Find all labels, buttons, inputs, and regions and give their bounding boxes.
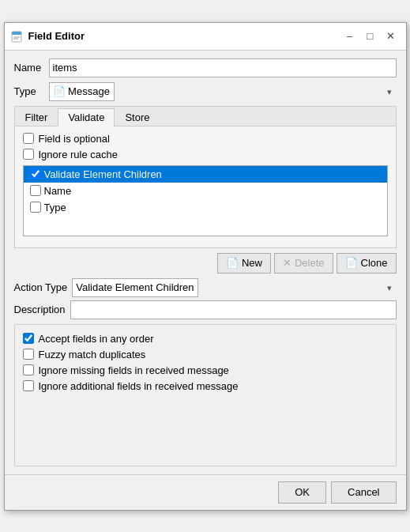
accept-fields-row: Accept fields in any order xyxy=(23,333,388,345)
clone-label: Clone xyxy=(361,257,388,269)
list-item-checkbox-validate[interactable] xyxy=(30,168,41,179)
options-box: Accept fields in any order Fuzzy match d… xyxy=(14,324,397,466)
tab-filter[interactable]: Filter xyxy=(15,108,58,126)
main-content: Name Type 📄 Message Filter Validate Stor… xyxy=(5,51,406,474)
accept-fields-label: Accept fields in any order xyxy=(39,333,154,345)
list-item-label-type: Type xyxy=(44,202,66,213)
tabs-container: Filter Validate Store Field is optional … xyxy=(14,106,397,248)
fuzzy-match-label: Fuzzy match duplicates xyxy=(39,349,146,360)
description-input[interactable] xyxy=(70,300,397,319)
clone-icon: 📄 xyxy=(345,257,358,269)
ok-button[interactable]: OK xyxy=(278,481,326,504)
fuzzy-match-row: Fuzzy match duplicates xyxy=(23,349,388,360)
description-row: Description xyxy=(14,300,397,319)
ignore-rule-cache-checkbox[interactable] xyxy=(23,149,34,160)
field-optional-row: Field is optional xyxy=(23,133,388,145)
name-row: Name xyxy=(14,58,397,77)
window-controls: – □ ✕ xyxy=(341,28,400,45)
svg-rect-1 xyxy=(12,32,21,35)
minimize-button[interactable]: – xyxy=(341,28,359,45)
list-item-label-validate: Validate Element Children xyxy=(44,168,162,180)
type-select-wrapper: 📄 Message xyxy=(49,82,397,101)
title-bar: Field Editor – □ ✕ xyxy=(5,23,406,51)
list-item-name[interactable]: Name xyxy=(24,183,387,199)
maximize-button[interactable]: □ xyxy=(362,28,379,45)
ignore-additional-row: Ignore additional fields in received mes… xyxy=(23,380,388,392)
cancel-button[interactable]: Cancel xyxy=(331,481,396,504)
type-select[interactable]: 📄 Message xyxy=(49,82,115,101)
new-icon: 📄 xyxy=(226,257,239,269)
list-item-checkbox-name[interactable] xyxy=(30,185,41,196)
ignore-missing-row: Ignore missing fields in received messag… xyxy=(23,364,388,376)
validation-list[interactable]: Validate Element Children Name Type xyxy=(23,165,388,236)
action-buttons: 📄 New ✕ Delete 📄 Clone xyxy=(14,253,397,274)
ignore-rule-cache-row: Ignore rule cache xyxy=(23,149,388,160)
action-type-row: Action Type Validate Element Children Va… xyxy=(14,278,397,297)
bottom-bar: OK Cancel xyxy=(5,474,406,510)
list-item-label-name: Name xyxy=(44,185,72,197)
close-button[interactable]: ✕ xyxy=(382,28,400,45)
name-label: Name xyxy=(14,62,44,74)
list-item-validate-element-children[interactable]: Validate Element Children xyxy=(24,166,387,183)
ignore-rule-cache-label: Ignore rule cache xyxy=(39,149,118,160)
ignore-additional-label: Ignore additional fields in received mes… xyxy=(39,380,239,392)
list-item-type[interactable]: Type xyxy=(24,199,387,216)
action-type-select[interactable]: Validate Element Children Validate Field… xyxy=(72,278,198,297)
new-button[interactable]: 📄 New xyxy=(217,253,271,274)
window-title: Field Editor xyxy=(28,30,337,42)
list-item-checkbox-type[interactable] xyxy=(30,202,41,213)
ignore-missing-checkbox[interactable] xyxy=(23,364,34,375)
type-row: Type 📄 Message xyxy=(14,82,397,101)
delete-label: Delete xyxy=(295,257,325,269)
action-type-label: Action Type xyxy=(14,281,68,293)
field-optional-checkbox[interactable] xyxy=(23,133,34,144)
field-editor-window: Field Editor – □ ✕ Name Type 📄 Message F… xyxy=(4,22,407,511)
action-type-wrapper: Validate Element Children Validate Field… xyxy=(72,278,396,297)
accept-fields-checkbox[interactable] xyxy=(23,333,34,344)
name-input[interactable] xyxy=(49,58,397,77)
clone-button[interactable]: 📄 Clone xyxy=(337,253,397,274)
tab-store[interactable]: Store xyxy=(115,108,160,126)
delete-button[interactable]: ✕ Delete xyxy=(274,253,333,274)
fuzzy-match-checkbox[interactable] xyxy=(23,349,34,360)
ignore-missing-label: Ignore missing fields in received messag… xyxy=(39,364,229,376)
delete-icon: ✕ xyxy=(283,257,292,269)
new-label: New xyxy=(242,257,262,269)
tab-bar: Filter Validate Store xyxy=(15,107,396,126)
tab-validate[interactable]: Validate xyxy=(58,108,115,126)
window-icon xyxy=(11,30,24,43)
description-label: Description xyxy=(14,304,66,315)
ignore-additional-checkbox[interactable] xyxy=(23,380,34,391)
type-label: Type xyxy=(14,85,44,97)
field-optional-label: Field is optional xyxy=(39,133,110,145)
validate-tab-content: Field is optional Ignore rule cache Vali… xyxy=(15,126,396,247)
